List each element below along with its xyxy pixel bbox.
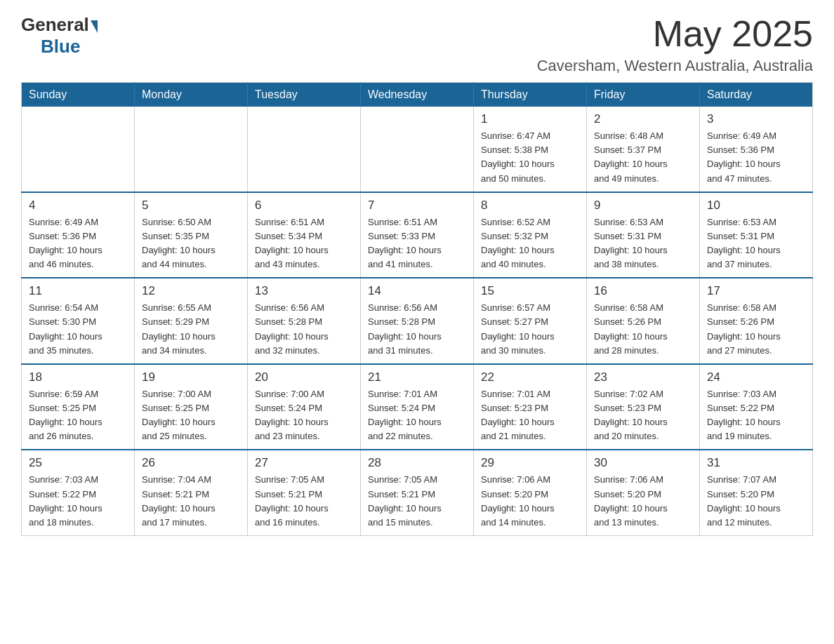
day-info: Sunrise: 6:51 AMSunset: 5:33 PMDaylight:…: [368, 215, 466, 272]
day-info: Sunrise: 6:50 AMSunset: 5:35 PMDaylight:…: [142, 215, 240, 272]
calendar-cell: 13Sunrise: 6:56 AMSunset: 5:28 PMDayligh…: [248, 278, 361, 364]
logo-arrow-icon: [91, 20, 98, 33]
day-number: 12: [142, 284, 240, 298]
day-number: 5: [142, 199, 240, 213]
calendar-cell: 3Sunrise: 6:49 AMSunset: 5:36 PMDaylight…: [700, 107, 813, 192]
calendar-cell: 5Sunrise: 6:50 AMSunset: 5:35 PMDaylight…: [135, 192, 248, 279]
day-number: 7: [368, 199, 466, 213]
day-info: Sunrise: 6:48 AMSunset: 5:37 PMDaylight:…: [594, 129, 692, 186]
calendar-cell: 7Sunrise: 6:51 AMSunset: 5:33 PMDaylight…: [361, 192, 474, 279]
calendar-cell: 17Sunrise: 6:58 AMSunset: 5:26 PMDayligh…: [700, 278, 813, 364]
calendar-cell: 16Sunrise: 6:58 AMSunset: 5:26 PMDayligh…: [587, 278, 700, 364]
day-number: 21: [368, 370, 466, 384]
day-info: Sunrise: 6:47 AMSunset: 5:38 PMDaylight:…: [481, 129, 579, 186]
calendar-cell: [22, 107, 135, 192]
day-info: Sunrise: 6:57 AMSunset: 5:27 PMDaylight:…: [481, 301, 579, 358]
day-info: Sunrise: 6:49 AMSunset: 5:36 PMDaylight:…: [29, 215, 127, 272]
calendar-header-monday: Monday: [135, 83, 248, 107]
day-info: Sunrise: 6:56 AMSunset: 5:28 PMDaylight:…: [368, 301, 466, 358]
day-number: 15: [481, 284, 579, 298]
calendar-cell: 30Sunrise: 7:06 AMSunset: 5:20 PMDayligh…: [587, 450, 700, 535]
day-number: 10: [707, 199, 805, 213]
day-number: 20: [255, 370, 353, 384]
day-info: Sunrise: 7:05 AMSunset: 5:21 PMDaylight:…: [255, 473, 353, 530]
day-number: 1: [481, 112, 579, 126]
day-number: 27: [255, 456, 353, 470]
day-number: 16: [594, 284, 692, 298]
logo-blue: Blue: [41, 36, 80, 58]
day-info: Sunrise: 7:01 AMSunset: 5:24 PMDaylight:…: [368, 387, 466, 444]
day-info: Sunrise: 6:58 AMSunset: 5:26 PMDaylight:…: [594, 301, 692, 358]
calendar-cell: 14Sunrise: 6:56 AMSunset: 5:28 PMDayligh…: [361, 278, 474, 364]
location-title: Caversham, Western Australia, Australia: [537, 57, 813, 75]
day-number: 11: [29, 284, 127, 298]
logo-general: General: [21, 14, 89, 36]
calendar-cell: 12Sunrise: 6:55 AMSunset: 5:29 PMDayligh…: [135, 278, 248, 364]
day-number: 23: [594, 370, 692, 384]
day-number: 6: [255, 199, 353, 213]
calendar-cell: 2Sunrise: 6:48 AMSunset: 5:37 PMDaylight…: [587, 107, 700, 192]
day-info: Sunrise: 7:00 AMSunset: 5:25 PMDaylight:…: [142, 387, 240, 444]
calendar-cell: 27Sunrise: 7:05 AMSunset: 5:21 PMDayligh…: [248, 450, 361, 535]
day-info: Sunrise: 7:05 AMSunset: 5:21 PMDaylight:…: [368, 473, 466, 530]
calendar-table: SundayMondayTuesdayWednesdayThursdayFrid…: [21, 82, 813, 536]
day-number: 29: [481, 456, 579, 470]
calendar-cell: 10Sunrise: 6:53 AMSunset: 5:31 PMDayligh…: [700, 192, 813, 279]
calendar-cell: [248, 107, 361, 192]
day-info: Sunrise: 7:01 AMSunset: 5:23 PMDaylight:…: [481, 387, 579, 444]
day-info: Sunrise: 7:03 AMSunset: 5:22 PMDaylight:…: [29, 473, 127, 530]
day-info: Sunrise: 7:06 AMSunset: 5:20 PMDaylight:…: [594, 473, 692, 530]
calendar-cell: 23Sunrise: 7:02 AMSunset: 5:23 PMDayligh…: [587, 364, 700, 450]
calendar-cell: [135, 107, 248, 192]
calendar-cell: 15Sunrise: 6:57 AMSunset: 5:27 PMDayligh…: [474, 278, 587, 364]
day-info: Sunrise: 6:51 AMSunset: 5:34 PMDaylight:…: [255, 215, 353, 272]
calendar-cell: 4Sunrise: 6:49 AMSunset: 5:36 PMDaylight…: [22, 192, 135, 279]
month-title: May 2025: [537, 14, 813, 54]
day-number: 8: [481, 199, 579, 213]
calendar-header-tuesday: Tuesday: [248, 83, 361, 107]
calendar-cell: 22Sunrise: 7:01 AMSunset: 5:23 PMDayligh…: [474, 364, 587, 450]
calendar-header-thursday: Thursday: [474, 83, 587, 107]
logo: General Blue: [21, 14, 98, 58]
day-number: 25: [29, 456, 127, 470]
calendar-cell: 20Sunrise: 7:00 AMSunset: 5:24 PMDayligh…: [248, 364, 361, 450]
day-number: 24: [707, 370, 805, 384]
day-info: Sunrise: 6:59 AMSunset: 5:25 PMDaylight:…: [29, 387, 127, 444]
day-info: Sunrise: 6:56 AMSunset: 5:28 PMDaylight:…: [255, 301, 353, 358]
day-info: Sunrise: 7:00 AMSunset: 5:24 PMDaylight:…: [255, 387, 353, 444]
day-info: Sunrise: 6:53 AMSunset: 5:31 PMDaylight:…: [707, 215, 805, 272]
calendar-cell: [361, 107, 474, 192]
title-block: May 2025 Caversham, Western Australia, A…: [537, 14, 813, 75]
day-number: 17: [707, 284, 805, 298]
calendar-cell: 21Sunrise: 7:01 AMSunset: 5:24 PMDayligh…: [361, 364, 474, 450]
day-number: 22: [481, 370, 579, 384]
day-number: 30: [594, 456, 692, 470]
calendar-cell: 25Sunrise: 7:03 AMSunset: 5:22 PMDayligh…: [22, 450, 135, 535]
calendar-header-wednesday: Wednesday: [361, 83, 474, 107]
calendar-cell: 18Sunrise: 6:59 AMSunset: 5:25 PMDayligh…: [22, 364, 135, 450]
day-number: 3: [707, 112, 805, 126]
day-info: Sunrise: 6:58 AMSunset: 5:26 PMDaylight:…: [707, 301, 805, 358]
calendar-cell: 24Sunrise: 7:03 AMSunset: 5:22 PMDayligh…: [700, 364, 813, 450]
calendar-cell: 26Sunrise: 7:04 AMSunset: 5:21 PMDayligh…: [135, 450, 248, 535]
calendar-header-sunday: Sunday: [22, 83, 135, 107]
calendar-cell: 19Sunrise: 7:00 AMSunset: 5:25 PMDayligh…: [135, 364, 248, 450]
day-info: Sunrise: 7:07 AMSunset: 5:20 PMDaylight:…: [707, 473, 805, 530]
day-info: Sunrise: 7:02 AMSunset: 5:23 PMDaylight:…: [594, 387, 692, 444]
day-number: 4: [29, 199, 127, 213]
calendar-cell: 6Sunrise: 6:51 AMSunset: 5:34 PMDaylight…: [248, 192, 361, 279]
day-info: Sunrise: 6:52 AMSunset: 5:32 PMDaylight:…: [481, 215, 579, 272]
day-number: 26: [142, 456, 240, 470]
page-header: General Blue May 2025 Caversham, Western…: [21, 14, 813, 75]
day-info: Sunrise: 6:54 AMSunset: 5:30 PMDaylight:…: [29, 301, 127, 358]
day-number: 14: [368, 284, 466, 298]
day-number: 9: [594, 199, 692, 213]
day-info: Sunrise: 6:55 AMSunset: 5:29 PMDaylight:…: [142, 301, 240, 358]
calendar-header-friday: Friday: [587, 83, 700, 107]
day-info: Sunrise: 7:06 AMSunset: 5:20 PMDaylight:…: [481, 473, 579, 530]
calendar-cell: 29Sunrise: 7:06 AMSunset: 5:20 PMDayligh…: [474, 450, 587, 535]
calendar-cell: 11Sunrise: 6:54 AMSunset: 5:30 PMDayligh…: [22, 278, 135, 364]
day-number: 19: [142, 370, 240, 384]
day-info: Sunrise: 7:03 AMSunset: 5:22 PMDaylight:…: [707, 387, 805, 444]
day-number: 13: [255, 284, 353, 298]
